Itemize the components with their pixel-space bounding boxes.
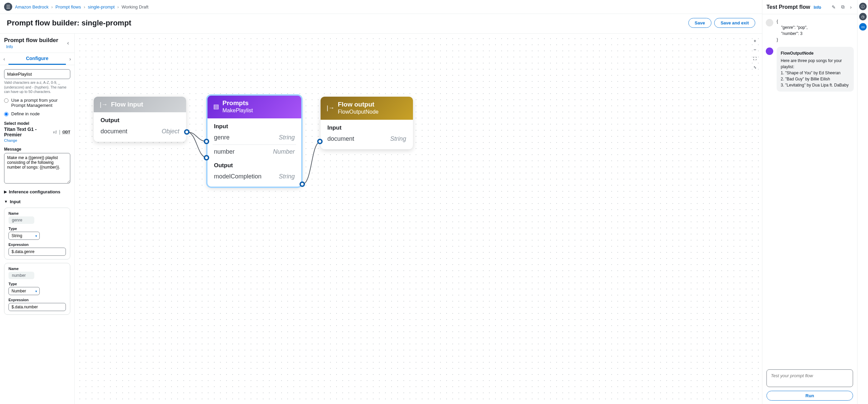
io-type-string: String <box>279 173 295 180</box>
zoom-in-button[interactable]: + <box>752 38 758 44</box>
port-output-document[interactable] <box>184 129 189 135</box>
rail-chat-button[interactable]: ▭ <box>859 23 867 31</box>
fullscreen-button[interactable]: ⛶ <box>752 55 758 61</box>
tab-scroll-right-button[interactable]: › <box>66 54 74 64</box>
tab-configure[interactable]: Configure <box>8 53 66 65</box>
hamburger-menu-button[interactable]: ☰ <box>4 3 12 11</box>
node-flow-input[interactable]: |→ Flow input Output document Object <box>94 97 186 142</box>
port-output-modelcompletion[interactable] <box>300 181 305 187</box>
caret-right-icon: ▶ <box>4 190 7 194</box>
bot-avatar-icon <box>766 47 773 55</box>
chat-response-body: Here are three pop songs for your playli… <box>781 58 850 88</box>
zoom-out-button[interactable]: − <box>752 46 758 53</box>
info-link[interactable]: Info <box>6 44 13 49</box>
copy-button[interactable]: ⧉ <box>840 3 846 11</box>
input-section-label: Input <box>10 199 21 204</box>
field-label-expression: Expression <box>8 298 66 302</box>
breadcrumb-link-bedrock[interactable]: Amazon Bedrock <box>15 4 49 9</box>
input-name-genre: genre <box>8 216 34 224</box>
left-panel-title: Prompt flow builder <box>4 37 58 43</box>
prompts-icon: ▤ <box>213 103 219 110</box>
collapse-test-panel-button[interactable]: › <box>849 4 853 11</box>
model-odt: ODT <box>62 130 70 134</box>
rail-history-button[interactable]: ◷ <box>859 13 867 20</box>
title-bar: Prompt flow builder: single-prompt Save … <box>0 14 762 33</box>
select-model-label: Select model <box>4 121 70 126</box>
clear-chat-button[interactable]: ✎ <box>830 4 837 11</box>
save-and-exit-button[interactable]: Save and exit <box>714 18 755 28</box>
node-name-input[interactable] <box>4 69 70 79</box>
node-subtitle-makeplaylist: MakePlaylist <box>222 108 253 114</box>
node-flow-output[interactable]: |→ Flow output FlowOutputNode Input docu… <box>321 97 413 149</box>
flow-output-icon: |→ <box>327 104 334 112</box>
breadcrumb: ☰ Amazon Bedrock › Prompt flows › single… <box>0 0 762 14</box>
port-input-document[interactable] <box>317 139 323 144</box>
chat-bot-message: FlowOutputNode Here are three pop songs … <box>766 47 854 92</box>
inference-config-toggle[interactable]: ▶ Inference configurations <box>4 189 70 194</box>
model-name: Titan Text G1 - Premier v1 | ODT <box>4 127 70 137</box>
field-label-type: Type <box>8 227 66 231</box>
test-info-link[interactable]: Info <box>814 5 821 10</box>
page-title: Prompt flow builder: single-prompt <box>7 19 131 27</box>
caret-down-icon: ▼ <box>4 199 8 204</box>
radio-prompt-management[interactable]: Use a prompt from your Prompt Management <box>4 98 70 108</box>
test-panel: Test Prompt flow Info ✎ ⧉ › { "genre": "… <box>762 0 857 404</box>
flow-input-icon: |→ <box>100 101 108 108</box>
io-type-string: String <box>390 135 406 142</box>
chat-user-text: { "genre": "pop", "number": 3 } <box>777 18 854 43</box>
node-subtitle-flowoutputnode: FlowOutputNode <box>338 109 379 115</box>
pipe-separator: | <box>59 129 60 135</box>
input-expression-number[interactable] <box>8 303 66 311</box>
radio-define-in-node[interactable]: Define in node <box>4 111 70 116</box>
breadcrumb-link-flows[interactable]: Prompt flows <box>55 4 81 9</box>
input-card-number: Name number Type Number Expression <box>4 263 70 315</box>
chat-user-message: { "genre": "pop", "number": 3 } <box>766 18 854 43</box>
field-label-type: Type <box>8 282 66 286</box>
chat-response-title: FlowOutputNode <box>781 50 850 56</box>
field-label-name: Name <box>8 267 66 271</box>
port-input-number[interactable] <box>204 155 209 160</box>
breadcrumb-link-flow[interactable]: single-prompt <box>88 4 115 9</box>
io-name-genre: genre <box>214 134 230 141</box>
right-rail: ⓘ ◷ ▭ <box>857 0 868 404</box>
node-header-flow-output: |→ Flow output FlowOutputNode <box>321 97 413 120</box>
field-label-expression: Expression <box>8 243 66 247</box>
node-title-flow-output: Flow output <box>338 101 379 108</box>
node-header-flow-input: |→ Flow input <box>94 97 186 112</box>
rail-info-button[interactable]: ⓘ <box>859 3 867 10</box>
io-name-number: number <box>214 148 235 155</box>
input-name-number: number <box>8 272 34 279</box>
input-expression-genre[interactable] <box>8 248 66 256</box>
node-name-help-text: Valid characters are a-z, A-Z, 0-9, _ (u… <box>4 80 70 94</box>
input-type-select-genre[interactable]: String <box>8 232 40 240</box>
change-model-link[interactable]: Change <box>4 138 17 142</box>
node-prompts[interactable]: ▤ Prompts MakePlaylist Input genre Strin… <box>207 95 302 187</box>
radio-define-in-node-input[interactable] <box>4 112 8 116</box>
save-button[interactable]: Save <box>688 18 711 28</box>
io-divider <box>213 145 296 145</box>
chevron-right-icon: › <box>84 4 85 9</box>
radio-define-in-node-label: Define in node <box>11 111 40 116</box>
io-type-object: Object <box>162 128 179 135</box>
input-card-genre: Name genre Type String Expression <box>4 208 70 259</box>
io-type-number: Number <box>273 148 295 155</box>
input-type-select-number[interactable]: Number <box>8 287 40 295</box>
tab-scroll-left-button[interactable]: ‹ <box>0 54 8 64</box>
config-tab-bar: ‹ Configure › <box>0 53 74 65</box>
inference-config-label: Inference configurations <box>9 189 60 194</box>
test-input[interactable] <box>766 369 853 387</box>
test-panel-title: Test Prompt flow <box>766 4 810 10</box>
port-input-genre[interactable] <box>204 139 209 144</box>
collapse-left-panel-button[interactable]: ‹ <box>66 39 70 47</box>
field-label-name: Name <box>8 211 66 215</box>
fit-view-button[interactable]: ⤡ <box>752 64 758 70</box>
radio-prompt-management-input[interactable] <box>4 98 8 103</box>
node-input-label: Input <box>214 123 295 130</box>
breadcrumb-current: Working Draft <box>122 4 148 9</box>
node-title-flow-input: Flow input <box>111 101 143 108</box>
flow-canvas[interactable]: |→ Flow input Output document Object <box>75 34 762 404</box>
run-button[interactable]: Run <box>766 391 853 401</box>
message-label: Message <box>4 147 70 152</box>
input-section-toggle[interactable]: ▼ Input <box>4 199 70 204</box>
message-textarea[interactable] <box>4 153 70 184</box>
